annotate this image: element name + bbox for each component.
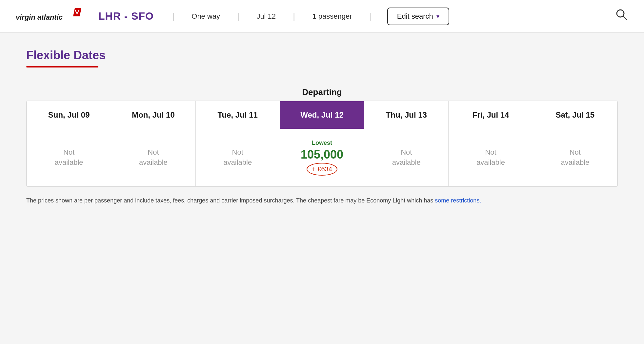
footer-note-text: The prices shown are per passenger and i…	[26, 197, 435, 204]
edit-search-button[interactable]: Edit search ▾	[387, 8, 449, 25]
logo-svg: virgin atlantic	[16, 7, 81, 26]
col-sat-jul15[interactable]: Sat, Jul 15	[533, 101, 617, 129]
cell-fri: Notavailable	[449, 129, 533, 186]
price-wrapper: Lowest 105,000 + £634	[285, 140, 359, 176]
cell-mon: Notavailable	[111, 129, 195, 186]
sep-2: |	[237, 11, 239, 22]
flexible-dates-table: Sun, Jul 09 Mon, Jul 10 Tue, Jul 11 Wed,…	[26, 101, 618, 187]
not-available-text: Notavailable	[561, 148, 589, 166]
svg-line-4	[623, 16, 627, 20]
not-available-text: Notavailable	[476, 148, 505, 166]
footer-note: The prices shown are per passenger and i…	[26, 196, 584, 205]
cell-thu: Notavailable	[364, 129, 449, 186]
not-available-text: Notavailable	[55, 148, 83, 166]
table-row: Notavailable Notavailable Notavailable L…	[27, 129, 617, 186]
main-content: Flexible Dates Departing Sun, Jul 09 Mon…	[0, 33, 644, 221]
departing-label: Departing	[26, 87, 618, 97]
sep-1: |	[172, 11, 174, 22]
cell-wed-price[interactable]: Lowest 105,000 + £634	[280, 129, 364, 186]
departing-section: Departing Sun, Jul 09 Mon, Jul 10 Tue, J…	[26, 87, 618, 187]
not-available-text: Notavailable	[139, 148, 168, 166]
sep-4: |	[369, 11, 371, 22]
chevron-down-icon: ▾	[436, 13, 439, 20]
passengers: 1 passenger	[306, 12, 358, 21]
col-tue-jul11[interactable]: Tue, Jul 11	[195, 101, 280, 129]
not-available-text: Notavailable	[223, 148, 252, 166]
sep-3: |	[293, 11, 295, 22]
search-icon	[615, 8, 628, 21]
lowest-label: Lowest	[312, 140, 332, 146]
cell-sat: Notavailable	[533, 129, 617, 186]
restrictions-link[interactable]: some restrictions.	[435, 197, 481, 204]
table-header-row: Sun, Jul 09 Mon, Jul 10 Tue, Jul 11 Wed,…	[27, 101, 617, 129]
col-wed-jul12-selected[interactable]: Wed, Jul 12	[280, 101, 364, 129]
trip-type: One way	[185, 12, 227, 21]
not-available-text: Notavailable	[392, 148, 421, 166]
trip-date: Jul 12	[250, 12, 282, 21]
dates-table: Sun, Jul 09 Mon, Jul 10 Tue, Jul 11 Wed,…	[27, 101, 617, 186]
surcharge-value: + £634	[307, 163, 337, 176]
col-fri-jul14[interactable]: Fri, Jul 14	[449, 101, 533, 129]
page-title: Flexible Dates	[26, 48, 618, 62]
points-value: 105,000	[301, 148, 343, 162]
title-underline	[26, 66, 98, 67]
col-sun-jul09[interactable]: Sun, Jul 09	[27, 101, 111, 129]
edit-search-label: Edit search	[397, 12, 433, 21]
route-label: LHR - SFO	[98, 10, 154, 22]
cell-sun: Notavailable	[27, 129, 111, 186]
col-thu-jul13[interactable]: Thu, Jul 13	[364, 101, 449, 129]
search-button[interactable]	[615, 8, 628, 24]
svg-text:virgin atlantic: virgin atlantic	[16, 13, 63, 21]
logo-area: virgin atlantic	[16, 7, 81, 26]
page-header: virgin atlantic LHR - SFO | One way | Ju…	[0, 0, 644, 33]
col-mon-jul10[interactable]: Mon, Jul 10	[111, 101, 195, 129]
cell-tue: Notavailable	[195, 129, 280, 186]
svg-point-3	[617, 10, 624, 17]
